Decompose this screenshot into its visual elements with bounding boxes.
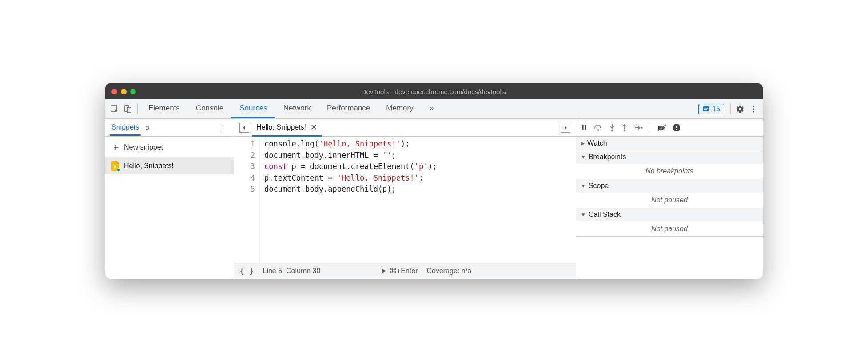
plus-icon: ＋ bbox=[111, 141, 120, 153]
tab-sources[interactable]: Sources bbox=[231, 99, 275, 118]
more-navigator-tabs-icon[interactable]: » bbox=[145, 123, 150, 132]
coverage-status: Coverage: n/a bbox=[427, 267, 472, 275]
callstack-section: ▼ Call Stack Not paused bbox=[576, 208, 763, 237]
svg-rect-18 bbox=[676, 129, 677, 130]
svg-rect-3 bbox=[703, 106, 709, 111]
file-tabbar: Hello, Snippets! ✕ bbox=[234, 119, 576, 137]
device-toolbar-icon[interactable] bbox=[121, 102, 135, 116]
breakpoints-body: No breakpoints bbox=[576, 164, 763, 179]
svg-point-14 bbox=[641, 127, 643, 129]
scope-header[interactable]: ▼ Scope bbox=[576, 179, 763, 193]
breakpoints-section: ▼ Breakpoints No breakpoints bbox=[576, 150, 763, 179]
toolbar-divider bbox=[730, 104, 731, 114]
svg-point-7 bbox=[753, 108, 754, 110]
issues-icon bbox=[702, 106, 709, 113]
new-snippet-button[interactable]: ＋ New snippet bbox=[105, 137, 234, 157]
svg-rect-17 bbox=[676, 126, 677, 128]
settings-icon[interactable] bbox=[733, 102, 747, 116]
watch-label: Watch bbox=[587, 139, 607, 147]
more-options-icon[interactable] bbox=[747, 102, 760, 116]
breakpoints-header[interactable]: ▼ Breakpoints bbox=[576, 150, 763, 164]
watch-header[interactable]: ▶ Watch bbox=[576, 137, 763, 150]
pause-on-exceptions-button[interactable] bbox=[673, 124, 681, 132]
svg-point-11 bbox=[597, 129, 599, 131]
svg-rect-9 bbox=[582, 125, 584, 130]
snippet-list-item[interactable]: Hello, Snippets! bbox=[105, 157, 234, 174]
expanded-triangle-icon: ▼ bbox=[581, 154, 586, 160]
code-editor[interactable]: 12345 console.log('Hello, Snippets!');do… bbox=[234, 137, 576, 263]
svg-point-8 bbox=[753, 111, 754, 113]
navigator-panel: Snippets » ⋮ ＋ New snippet Hello, Snippe… bbox=[105, 119, 234, 279]
tab-performance[interactable]: Performance bbox=[319, 99, 378, 118]
code-content[interactable]: console.log('Hello, Snippets!');document… bbox=[260, 138, 437, 263]
editor-statusbar: { } Line 5, Column 30 ⌘+Enter Coverage: … bbox=[234, 263, 576, 279]
more-tabs-button[interactable]: » bbox=[422, 99, 442, 118]
breakpoints-label: Breakpoints bbox=[589, 153, 626, 161]
pretty-print-button[interactable]: { } bbox=[239, 266, 254, 275]
pause-button[interactable] bbox=[581, 124, 588, 131]
content-area: Snippets » ⋮ ＋ New snippet Hello, Snippe… bbox=[105, 119, 763, 279]
window-title: DevTools - developer.chrome.com/docs/dev… bbox=[362, 88, 507, 95]
scope-body: Not paused bbox=[576, 193, 763, 208]
play-icon bbox=[381, 268, 387, 274]
tab-elements[interactable]: Elements bbox=[140, 99, 188, 118]
expanded-triangle-icon: ▼ bbox=[581, 183, 586, 189]
traffic-lights bbox=[111, 89, 136, 94]
step-into-button[interactable] bbox=[609, 124, 615, 132]
svg-point-12 bbox=[611, 129, 613, 131]
step-out-button[interactable] bbox=[621, 124, 628, 132]
file-tab[interactable]: Hello, Snippets! ✕ bbox=[252, 119, 322, 137]
callstack-body: Not paused bbox=[576, 221, 763, 236]
issues-badge[interactable]: 15 bbox=[698, 104, 724, 114]
svg-rect-5 bbox=[704, 109, 707, 110]
show-debugger-icon[interactable] bbox=[561, 123, 570, 133]
run-shortcut-hint: ⌘+Enter bbox=[390, 267, 418, 275]
toolbar-divider bbox=[137, 104, 138, 114]
callstack-header[interactable]: ▼ Call Stack bbox=[576, 208, 763, 221]
debugger-toolbar bbox=[576, 119, 763, 137]
debugger-divider bbox=[650, 123, 650, 133]
minimize-window-button[interactable] bbox=[121, 89, 127, 94]
show-navigator-icon[interactable] bbox=[239, 123, 249, 133]
file-tab-title: Hello, Snippets! bbox=[256, 123, 306, 131]
scope-label: Scope bbox=[589, 182, 609, 190]
expanded-triangle-icon: ▼ bbox=[581, 212, 586, 218]
svg-rect-2 bbox=[127, 107, 131, 113]
modified-indicator-icon bbox=[117, 168, 120, 172]
close-window-button[interactable] bbox=[111, 89, 117, 94]
cursor-position: Line 5, Column 30 bbox=[263, 267, 321, 275]
devtools-window: DevTools - developer.chrome.com/docs/dev… bbox=[105, 83, 763, 279]
step-over-button[interactable] bbox=[594, 124, 603, 131]
svg-point-6 bbox=[753, 106, 754, 107]
navigator-menu-icon[interactable]: ⋮ bbox=[217, 124, 229, 132]
line-number-gutter: 12345 bbox=[234, 138, 260, 263]
snippet-file-icon bbox=[111, 161, 119, 171]
main-tabs: Elements Console Sources Network Perform… bbox=[140, 99, 442, 118]
svg-rect-10 bbox=[585, 125, 587, 130]
titlebar: DevTools - developer.chrome.com/docs/dev… bbox=[105, 83, 763, 99]
collapsed-triangle-icon: ▶ bbox=[581, 140, 585, 146]
callstack-label: Call Stack bbox=[589, 211, 621, 219]
issues-count: 15 bbox=[712, 105, 720, 113]
run-snippet-button[interactable]: ⌘+Enter bbox=[381, 267, 418, 275]
inspect-element-icon[interactable] bbox=[108, 102, 121, 116]
tab-console[interactable]: Console bbox=[188, 99, 231, 118]
debugger-panel: ▶ Watch ▼ Breakpoints No breakpoints ▼ S… bbox=[576, 119, 763, 279]
main-toolbar: Elements Console Sources Network Perform… bbox=[105, 99, 763, 119]
snippets-tab[interactable]: Snippets bbox=[110, 120, 141, 136]
svg-rect-4 bbox=[704, 108, 708, 109]
zoom-window-button[interactable] bbox=[130, 89, 136, 94]
snippet-name: Hello, Snippets! bbox=[124, 162, 174, 170]
svg-point-13 bbox=[624, 129, 626, 131]
deactivate-breakpoints-button[interactable] bbox=[657, 124, 666, 131]
scope-section: ▼ Scope Not paused bbox=[576, 179, 763, 208]
tab-memory[interactable]: Memory bbox=[378, 99, 421, 118]
new-snippet-label: New snippet bbox=[124, 143, 163, 151]
navigator-header: Snippets » ⋮ bbox=[105, 119, 234, 137]
step-button[interactable] bbox=[634, 125, 643, 131]
editor-panel: Hello, Snippets! ✕ 12345 console.log('He… bbox=[234, 119, 576, 279]
tab-network[interactable]: Network bbox=[275, 99, 319, 118]
watch-section: ▶ Watch bbox=[576, 137, 763, 150]
close-tab-icon[interactable]: ✕ bbox=[311, 122, 317, 132]
